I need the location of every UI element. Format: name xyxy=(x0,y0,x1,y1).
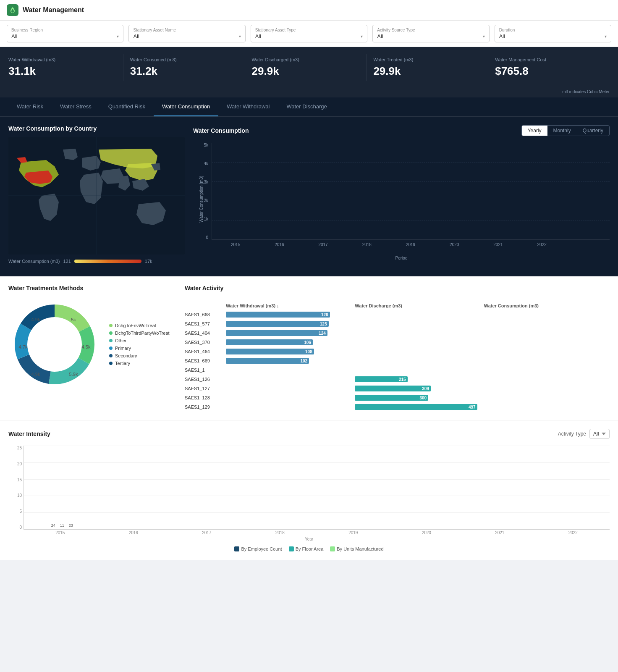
intensity-xlabel-2020: 2020 xyxy=(390,530,464,535)
w-bar-668: 126 xyxy=(226,310,348,319)
donut-label-4p5k: 4.5k xyxy=(82,344,91,349)
y-label-0: 0 xyxy=(206,235,208,240)
water-activity-panel: Water Activity SAES1_668 SAES1_577 SAES1… xyxy=(185,285,610,412)
activity-names-col: SAES1_668 SAES1_577 SAES1_404 SAES1_370 … xyxy=(185,310,223,412)
filter-activity-source-type[interactable]: Activity Source Type All ▾ xyxy=(372,25,489,42)
donut-label-4p7k: 4.7k xyxy=(19,344,28,349)
x-axis-label: Period xyxy=(193,256,610,260)
legend-Tertiary: Tertiary xyxy=(109,361,170,366)
chevron-down-icon: ▾ xyxy=(117,34,119,39)
chevron-down-icon: ▾ xyxy=(605,34,607,39)
legend-floor-area: By Floor Area xyxy=(289,546,324,551)
w-bar-669: 102 xyxy=(226,356,348,365)
world-map xyxy=(8,137,185,255)
legend-dot-dchg-third xyxy=(109,331,113,335)
activity-row-name-saes669: SAES1_669 xyxy=(185,356,223,365)
legend-DchgToThirdPartyWoTreat: DchgToThirdPartyWoTreat xyxy=(109,331,170,336)
map-panel: Water Consumption by Country xyxy=(8,125,185,268)
activity-row-name-saes577: SAES1_577 xyxy=(185,319,223,328)
xlabel-2020: 2020 xyxy=(434,242,475,255)
withdrawal-bars-col: 126 125 124 10 xyxy=(226,310,348,412)
tab-water-discharge[interactable]: Water Discharge xyxy=(278,97,335,116)
kpi-water-consumed: Water Consumed (m3) 31.2k xyxy=(123,54,245,81)
legend-dot-employee xyxy=(234,546,239,551)
donut-label-4p9k: 4.9k xyxy=(31,317,40,322)
intensity-xlabel-2017: 2017 xyxy=(170,530,244,535)
tab-water-withdrawal[interactable]: Water Withdrawal xyxy=(218,97,278,116)
kpi-row: Water Withdrawal (m3) 31.1k Water Consum… xyxy=(0,47,618,88)
tab-water-risk[interactable]: Water Risk xyxy=(8,97,52,116)
treatments-panel: Water Treatments Methods xyxy=(8,285,176,412)
xlabel-2018: 2018 xyxy=(346,242,388,255)
legend-dot-other xyxy=(109,339,113,342)
activity-type-selector: Activity Type All xyxy=(558,429,610,439)
d-bar-404 xyxy=(355,328,477,338)
w-bar-saes1 xyxy=(226,365,348,375)
time-toggle: Yearly Monthly Quarterly xyxy=(521,125,610,136)
legend-dot-secondary xyxy=(109,354,113,357)
xlabel-2021: 2021 xyxy=(477,242,518,255)
filters-bar: Business Region All ▾ Stationary Asset N… xyxy=(0,21,618,47)
intensity-xlabel-2019: 2019 xyxy=(317,530,390,535)
filter-stationary-asset-name[interactable]: Stationary Asset Name All ▾ xyxy=(128,25,245,42)
col-consumption-header: Water Consumption (m3) xyxy=(484,298,606,310)
col-discharge-header: Water Discharge (m3) xyxy=(355,298,477,310)
bar-chart-panel: Water Consumption Yearly Monthly Quarter… xyxy=(193,125,610,268)
intensity-yaxis: 25 20 15 10 5 0 xyxy=(8,446,24,530)
d-bar-saes129: 497 xyxy=(355,402,477,412)
xlabel-2022: 2022 xyxy=(521,242,563,255)
intensity-xaxis: 2015 2016 2017 2018 2019 2020 2021 2022 xyxy=(8,530,610,535)
xlabel-2017: 2017 xyxy=(302,242,343,255)
treatments-title: Water Treatments Methods xyxy=(8,285,176,291)
legend-dot-floor xyxy=(289,546,294,551)
discharge-bars-col: 215 309 300 49 xyxy=(355,310,477,412)
filter-duration[interactable]: Duration All ▾ xyxy=(495,25,611,42)
tab-quantified-risk[interactable]: Quantified Risk xyxy=(100,97,154,116)
w-bar-404: 124 xyxy=(226,328,348,338)
intensity-xlabel-2016: 2016 xyxy=(97,530,170,535)
chart-section: Water Consumption by Country xyxy=(0,117,618,276)
donut-area: 5k 4.5k 5.9k 4.9k 4.7k 4.9k DchgToEnvWoT… xyxy=(8,298,176,391)
d-bar-577 xyxy=(355,319,477,328)
time-btn-quarterly[interactable]: Quarterly xyxy=(577,126,609,136)
legend-dot-units xyxy=(330,546,335,551)
filter-stationary-asset-type[interactable]: Stationary Asset Type All ▾ xyxy=(251,25,367,42)
w-bar-577: 125 xyxy=(226,319,348,328)
legend-Other: Other xyxy=(109,338,170,343)
time-btn-yearly[interactable]: Yearly xyxy=(522,126,547,136)
d-bar-saes128: 300 xyxy=(355,393,477,402)
donut-label-4p9k-b: 4.9k xyxy=(31,372,40,377)
bar-chart: 5k 4k 3k 2k 1k 0 xyxy=(193,143,610,260)
y-label-5k: 5k xyxy=(204,143,208,147)
filter-business-region[interactable]: Business Region All ▾ xyxy=(7,25,123,42)
legend-employee-count: By Employee Count xyxy=(234,546,282,551)
d-bar-464 xyxy=(355,347,477,356)
activity-row-name-saes127: SAES1_127 xyxy=(185,384,223,393)
intensity-xlabel-2018: 2018 xyxy=(244,530,317,535)
donut-label-5k: 5k xyxy=(71,317,76,322)
d-bar-669 xyxy=(355,356,477,365)
bar-panel-header: Water Consumption Yearly Monthly Quarter… xyxy=(193,125,610,136)
d-bar-saes1 xyxy=(355,365,477,375)
legend-DchgToEnvWoTreat: DchgToEnvWoTreat xyxy=(109,323,170,328)
activity-row-name-saes370: SAES1_370 xyxy=(185,338,223,347)
y-label-2k: 2k xyxy=(204,198,208,203)
y-axis-label: Water Consumption (m3) xyxy=(199,176,204,222)
map-panel-title: Water Consumption by Country xyxy=(8,125,185,132)
kpi-water-management-cost: Water Management Cost $765.8 xyxy=(488,54,610,81)
xlabel-2019: 2019 xyxy=(390,242,431,255)
tab-water-stress[interactable]: Water Stress xyxy=(52,97,100,116)
tab-water-consumption[interactable]: Water Consumption xyxy=(154,97,218,116)
w-bar-370: 106 xyxy=(226,338,348,347)
app-title: Water Management xyxy=(23,6,84,14)
intensity-xlabel-2015: 2015 xyxy=(24,530,97,535)
tabs-nav: Water Risk Water Stress Quantified Risk … xyxy=(0,97,618,117)
xlabel-2022b xyxy=(565,242,606,255)
w-bar-saes128 xyxy=(226,393,348,402)
activity-type-dropdown[interactable]: All xyxy=(589,429,610,439)
activity-row-name-saes464: SAES1_464 xyxy=(185,347,223,356)
chevron-down-icon: ▾ xyxy=(239,34,241,39)
w-bar-464: 108 xyxy=(226,347,348,356)
d-bar-370 xyxy=(355,338,477,347)
time-btn-monthly[interactable]: Monthly xyxy=(547,126,577,136)
